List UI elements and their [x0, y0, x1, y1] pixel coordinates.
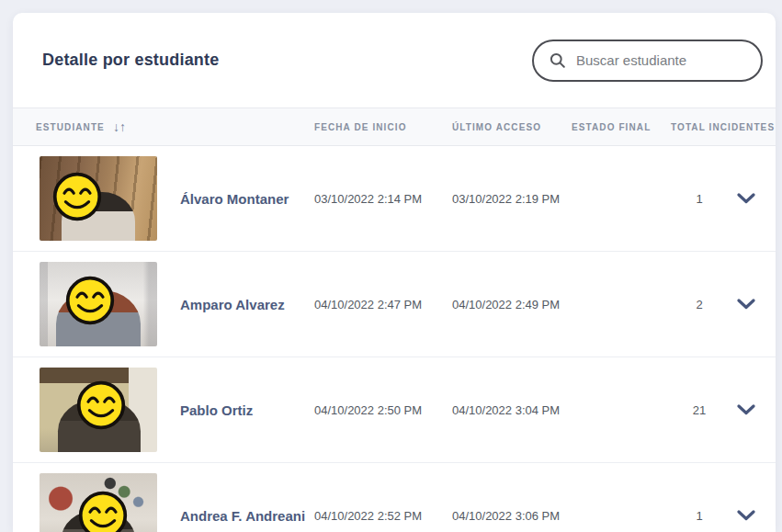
fecha-inicio-value: 04/10/2022 2:52 PM — [314, 509, 452, 523]
total-incidentes-value: 1 — [671, 509, 728, 523]
student-photo — [40, 262, 157, 346]
sort-asc-icon[interactable]: ↑ — [119, 120, 126, 133]
student-name: Pablo Ortiz — [180, 402, 314, 418]
student-photo — [40, 473, 157, 532]
column-label-estudiante: ESTUDIANTE — [36, 122, 105, 132]
expand-row-button[interactable] — [733, 503, 759, 528]
search-icon — [550, 52, 566, 69]
page-title: Detalle por estudiante — [42, 51, 219, 70]
expand-row-button[interactable] — [733, 186, 759, 211]
column-header-ultimo-acceso: ÚLTIMO ACCESO — [452, 122, 572, 132]
chevron-down-icon — [737, 193, 755, 204]
ultimo-acceso-value: 04/10/2022 3:04 PM — [452, 403, 572, 417]
student-photo — [40, 368, 157, 452]
table-header: ESTUDIANTE ↓↑ FECHA DE INICIO ÚLTIMO ACC… — [13, 108, 776, 146]
ultimo-acceso-value: 03/10/2022 2:19 PM — [452, 192, 572, 206]
smiley-face-icon — [75, 379, 127, 431]
total-incidentes-value: 2 — [671, 298, 728, 311]
ultimo-acceso-value: 04/10/2022 3:06 PM — [452, 509, 572, 523]
student-detail-card: Detalle por estudiante ESTUDIANTE ↓↑ FEC… — [13, 13, 776, 532]
table-row: Pablo Ortiz 04/10/2022 2:50 PM 04/10/202… — [13, 357, 776, 463]
expand-row-button[interactable] — [733, 291, 759, 317]
expand-row-button[interactable] — [733, 397, 759, 423]
search-input[interactable] — [576, 52, 748, 68]
table-row: Amparo Alvarez 04/10/2022 2:47 PM 04/10/… — [13, 252, 776, 357]
student-name: Amparo Alvarez — [180, 297, 314, 312]
card-header: Detalle por estudiante — [13, 13, 776, 108]
smiley-face-icon — [77, 490, 129, 532]
fecha-inicio-value: 04/10/2022 2:47 PM — [314, 298, 452, 311]
total-incidentes-value: 1 — [671, 192, 728, 206]
student-photo — [40, 156, 157, 241]
student-name: Andrea F. Andreani — [180, 508, 314, 524]
sort-desc-icon[interactable]: ↓ — [113, 120, 119, 133]
column-header-total-incidentes: TOTAL INCIDENTES — [671, 122, 776, 132]
student-name: Álvaro Montaner — [180, 191, 314, 207]
smiley-face-icon — [51, 171, 103, 222]
ultimo-acceso-value: 04/10/2022 2:49 PM — [452, 298, 572, 311]
chevron-down-icon — [737, 510, 755, 521]
chevron-down-icon — [737, 404, 755, 415]
sort-icons[interactable]: ↓↑ — [113, 120, 126, 133]
total-incidentes-value: 21 — [671, 403, 728, 417]
smiley-face-icon — [64, 275, 116, 326]
search-box[interactable] — [532, 40, 763, 82]
table-row: Andrea F. Andreani 04/10/2022 2:52 PM 04… — [13, 463, 776, 532]
column-header-estado-final: ESTADO FINAL — [572, 122, 671, 132]
fecha-inicio-value: 04/10/2022 2:50 PM — [314, 403, 452, 417]
column-header-fecha-inicio: FECHA DE INICIO — [314, 122, 452, 132]
column-header-estudiante: ESTUDIANTE ↓↑ — [36, 120, 314, 133]
chevron-down-icon — [737, 299, 755, 310]
table-row: Álvaro Montaner 03/10/2022 2:14 PM 03/10… — [13, 146, 776, 252]
fecha-inicio-value: 03/10/2022 2:14 PM — [314, 192, 452, 206]
